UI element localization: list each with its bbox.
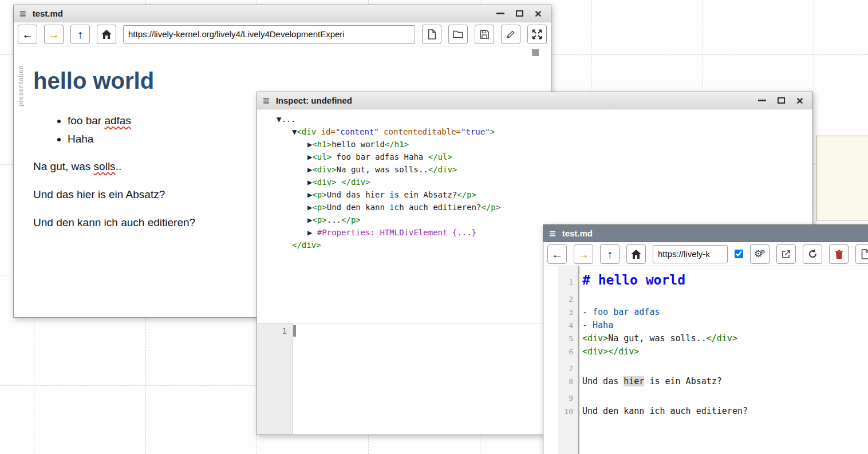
delete-button[interactable] <box>829 244 849 264</box>
code-line[interactable]: 3- foo bar adfas <box>543 306 868 319</box>
code-line[interactable]: 4- Haha <box>543 319 868 332</box>
home-button[interactable] <box>626 244 646 264</box>
code-segment: <div> <box>312 165 336 174</box>
minimize-icon[interactable] <box>496 13 504 14</box>
background-panel <box>816 136 868 220</box>
titlebar[interactable]: ≡ test.md <box>543 225 868 242</box>
scrollbar-thumb[interactable] <box>532 49 539 56</box>
code-line-content[interactable]: - foo bar adfas <box>578 306 660 318</box>
url-input[interactable] <box>123 25 415 44</box>
close-icon[interactable]: × <box>796 94 803 106</box>
code-segment: </ul> <box>428 152 452 161</box>
titlebar[interactable]: ≡ test.md × <box>14 5 551 22</box>
code-line[interactable]: 9 <box>543 388 868 405</box>
code-segment: <p> <box>312 190 326 199</box>
maximize-icon[interactable] <box>778 97 785 104</box>
line-number: 9 <box>543 392 578 405</box>
code-line-content[interactable]: # hello world <box>578 271 685 289</box>
code-segment: </div> <box>341 177 370 187</box>
code-segment: <div></div> <box>582 346 639 357</box>
expand-button[interactable] <box>527 25 547 44</box>
code-segment: <p> <box>312 203 326 212</box>
code-segment: > <box>490 127 495 136</box>
code-segment: </h1> <box>385 140 409 149</box>
code-segment: </div> <box>428 165 457 174</box>
code-segment: hier <box>624 376 644 386</box>
code-line[interactable]: 5<div>Na gut, was solls..</div> <box>543 332 868 345</box>
up-button[interactable]: ↑ <box>600 244 620 264</box>
up-button[interactable]: ↑ <box>70 25 90 44</box>
code-line[interactable]: 10Und den kann ich auch editieren? <box>543 405 868 418</box>
code-segment: </p> <box>481 203 500 212</box>
code-line[interactable]: 6<div></div> <box>543 345 868 358</box>
url-input[interactable] <box>653 245 728 263</box>
refresh-button[interactable] <box>803 244 822 264</box>
line-number: 2 <box>543 293 578 306</box>
code-segment: - foo bar adfas <box>582 307 660 317</box>
code-line-content[interactable]: Und das hier is ein Absatz? <box>578 375 722 388</box>
back-button[interactable]: ← <box>547 244 567 264</box>
code-line-content[interactable]: - Haha <box>578 319 613 331</box>
code-line[interactable]: ▶<p>Und das hier is ein Absatz?</p> <box>257 188 812 201</box>
code-segment: id= <box>321 127 336 136</box>
folder-button[interactable] <box>448 25 468 44</box>
new-file-button[interactable] <box>855 244 868 264</box>
text-cursor <box>293 325 296 337</box>
code-line[interactable]: ▶<h1>hello world</h1> <box>257 138 812 151</box>
code-line-content[interactable]: <div>Na gut, was solls..</div> <box>578 332 737 345</box>
forward-button[interactable]: → <box>574 244 593 264</box>
new-file-button[interactable] <box>422 25 441 44</box>
settings-button[interactable]: ⚙⚙ <box>750 244 770 264</box>
code-segment: <div> <box>312 177 336 187</box>
forward-button[interactable]: → <box>44 25 64 44</box>
gears-icon: ⚙⚙ <box>754 249 766 259</box>
code-segment: Und das <box>582 376 624 386</box>
code-line[interactable]: 1# hello world <box>543 271 868 289</box>
open-external-button[interactable] <box>776 244 796 264</box>
code-segment: hello world <box>332 140 385 149</box>
code-segment: ▶ <box>307 228 317 237</box>
home-icon <box>631 250 641 259</box>
code-line[interactable]: ▼... <box>257 113 812 125</box>
code-line-content[interactable] <box>578 388 582 401</box>
line-number: 1 <box>257 326 293 335</box>
home-button[interactable] <box>97 25 116 44</box>
titlebar[interactable]: ≡ Inspect: undefined × <box>257 92 812 109</box>
code-line[interactable]: ▼<div id="content" contenteditable="true… <box>257 125 812 138</box>
window-menu-icon[interactable]: ≡ <box>263 95 270 106</box>
code-line-content[interactable]: <div></div> <box>578 345 639 358</box>
up-icon: ↑ <box>607 248 613 260</box>
code-line[interactable]: 2 <box>543 289 868 306</box>
window-menu-icon[interactable]: ≡ <box>549 228 556 239</box>
edit-button[interactable] <box>501 25 520 44</box>
code-line[interactable]: ▶<p>Und den kann ich auch editieren?</p> <box>257 201 812 214</box>
code-segment: # hello world <box>582 273 685 287</box>
close-icon[interactable]: × <box>535 7 542 19</box>
code-line[interactable]: ▶<ul> foo bar adfas Haha </ul> <box>257 151 812 163</box>
save-button[interactable] <box>475 25 494 44</box>
back-button[interactable]: ← <box>18 25 37 44</box>
maximize-icon[interactable] <box>516 10 523 17</box>
code-line[interactable]: ▶<div> </div> <box>257 176 812 188</box>
auto-update-checkbox[interactable] <box>735 250 743 258</box>
code-line[interactable]: ▶<div>Na gut, was solls..</div> <box>257 163 812 176</box>
code-segment <box>379 127 384 136</box>
code-line[interactable]: 7 <box>543 358 868 375</box>
code-line-content[interactable] <box>578 289 582 302</box>
list-item-text: foo bar <box>68 115 104 127</box>
code-line-content[interactable]: Und den kann ich auch editieren? <box>578 405 748 417</box>
code-line-content[interactable] <box>578 358 582 371</box>
code-editor[interactable]: 1# hello world23- foo bar adfas4- Haha5<… <box>543 266 868 454</box>
browser-toolbar: ← → ↑ <box>14 22 551 46</box>
window-menu-icon[interactable]: ≡ <box>19 8 26 19</box>
folder-icon <box>453 30 463 38</box>
minimize-icon[interactable] <box>758 100 766 101</box>
back-icon: ← <box>551 248 563 260</box>
code-line[interactable]: 8Und das hier is ein Absatz? <box>543 375 868 388</box>
window-controls: × <box>758 94 807 106</box>
external-link-icon <box>782 250 791 259</box>
line-number: 5 <box>543 333 578 345</box>
save-icon <box>480 30 489 39</box>
paragraph-text: Na gut, was <box>33 160 94 172</box>
line-number-gutter <box>257 323 293 435</box>
